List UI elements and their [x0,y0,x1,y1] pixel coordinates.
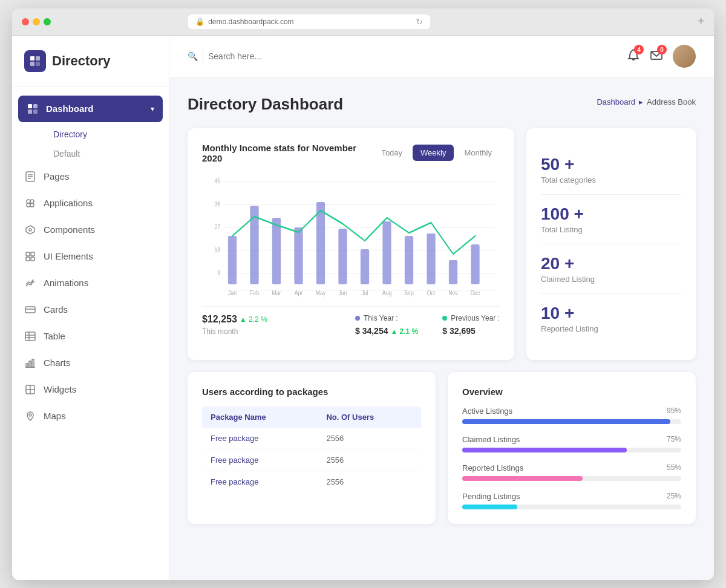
stat-categories-number: 50 + [541,155,681,174]
address-bar[interactable]: 🔒 demo.dashboardpack.com ↻ [188,15,430,29]
sub-item-default[interactable]: Default [44,144,169,163]
sidebar-item-applications[interactable]: Applications [12,190,169,217]
progress-fill [462,448,627,452]
chart-stat-month: $12,253 ▲ 2.2 % This month [202,314,267,336]
message-icon[interactable]: 0 [650,48,663,64]
svg-text:Apr: Apr [295,289,303,296]
stat-claimed: 20 + Claimed Listing [541,244,681,294]
chart-area: 45 36 27 18 9 [202,175,500,296]
overview-label: Pending Listings [462,492,520,501]
reload-icon[interactable]: ↻ [416,17,423,27]
sidebar-logo: Directory [12,36,169,87]
search-divider [203,50,203,62]
browser-dots [22,18,51,25]
search-icon: 🔍 [188,51,198,61]
sidebar-item-widgets[interactable]: Widgets [12,376,169,403]
sidebar-item-cards[interactable]: Cards [12,296,169,323]
chart-legend-year: This Year : $ 34,254 ▲ 2.1 % [355,314,418,336]
chart-legend-prev: Previous Year : $ 32,695 [442,314,500,336]
page-body: Directory Dashboard Dashboard ▸ Address … [169,78,714,541]
tab-monthly[interactable]: Monthly [456,145,500,161]
dashboard-icon [27,103,39,115]
sub-item-directory[interactable]: Directory [44,125,169,144]
browser-chrome: 🔒 demo.dashboardpack.com ↻ + [12,8,714,36]
sidebar-item-table[interactable]: Table [12,323,169,350]
svg-point-12 [27,200,30,203]
cards-label: Cards [44,304,68,315]
overview-card: Overview Active Listings 95% Claimed Lis… [448,372,696,524]
overview-title: Overview [462,387,681,397]
this-month-amount: $12,253 [202,314,237,325]
progress-bar [462,448,681,452]
sidebar: Directory Dashboard ▾ [12,36,169,580]
nav-items: Dashboard ▾ Directory Default [12,87,169,568]
svg-text:May: May [316,289,325,296]
chart-card: Monthly Income stats for November 2020 T… [188,128,514,360]
ui-elements-icon [24,250,36,263]
maps-label: Maps [44,411,66,421]
svg-rect-3 [36,62,40,66]
breadcrumb-home[interactable]: Dashboard [597,97,635,106]
stat-claimed-number: 20 + [541,254,681,273]
ui-elements-label: UI Elements [44,251,93,261]
overview-pct: 55% [667,463,681,472]
svg-rect-56 [382,221,391,284]
svg-rect-51 [272,218,281,284]
progress-fill [462,476,583,481]
sidebar-item-animations[interactable]: Animations [12,270,169,296]
close-dot[interactable] [22,18,29,25]
svg-rect-18 [26,252,30,256]
overview-pct: 95% [667,407,681,415]
content-grid: Monthly Income stats for November 2020 T… [188,128,696,360]
breadcrumb: Dashboard ▸ Address Book [597,97,696,106]
sidebar-item-dashboard[interactable]: Dashboard ▾ [18,96,163,122]
svg-rect-22 [25,307,35,313]
tab-weekly[interactable]: Weekly [413,145,454,161]
overview-item: Reported Listings 55% [462,463,681,481]
svg-rect-0 [30,56,34,60]
svg-rect-54 [338,229,347,284]
message-badge: 0 [657,45,667,54]
svg-rect-6 [28,109,32,114]
chart-tabs: Today Weekly Monthly [373,145,500,161]
svg-rect-49 [228,236,237,284]
stat-listing-number: 100 + [541,204,681,224]
notification-icon[interactable]: 4 [627,48,640,64]
search-input[interactable] [208,51,314,61]
sidebar-item-charts[interactable]: Charts [12,350,169,376]
stat-listing: 100 + Total Listing [541,195,681,244]
components-icon [24,224,36,236]
sidebar-item-components[interactable]: Components [12,217,169,243]
svg-text:36: 36 [214,200,220,207]
stat-reported: 10 + Reported Listing [541,294,681,343]
svg-rect-21 [31,257,34,261]
pages-label: Pages [44,171,70,181]
animations-icon [24,277,36,289]
svg-rect-29 [29,361,31,367]
avatar-image [673,45,696,68]
sidebar-item-pages[interactable]: Pages [12,163,169,190]
overview-label: Active Listings [462,407,512,416]
new-tab-button[interactable]: + [698,15,704,28]
this-month-label: This month [202,327,267,336]
notification-badge: 4 [634,45,644,54]
svg-rect-60 [471,244,479,284]
svg-rect-19 [31,252,34,256]
svg-text:Dec: Dec [471,289,480,296]
maximize-dot[interactable] [44,18,51,25]
svg-text:Aug: Aug [382,289,392,296]
this-year-amount: $ 34,254 ▲ 2.1 % [355,326,418,336]
packages-card: Users according to packages Package Name… [188,372,436,524]
url-text: demo.dashboardpack.com [208,18,293,26]
this-month-change: ▲ 2.2 % [240,315,267,324]
stat-claimed-desc: Claimed Listing [541,275,681,284]
minimize-dot[interactable] [33,18,40,25]
progress-fill [462,505,517,509]
tab-today[interactable]: Today [373,145,410,161]
user-avatar[interactable] [673,45,696,68]
sidebar-item-ui-elements[interactable]: UI Elements [12,243,169,270]
sidebar-item-maps[interactable]: Maps [12,403,169,430]
svg-text:27: 27 [214,223,220,230]
cell-users: 2556 [318,428,421,449]
col-package-name: Package Name [202,407,318,428]
